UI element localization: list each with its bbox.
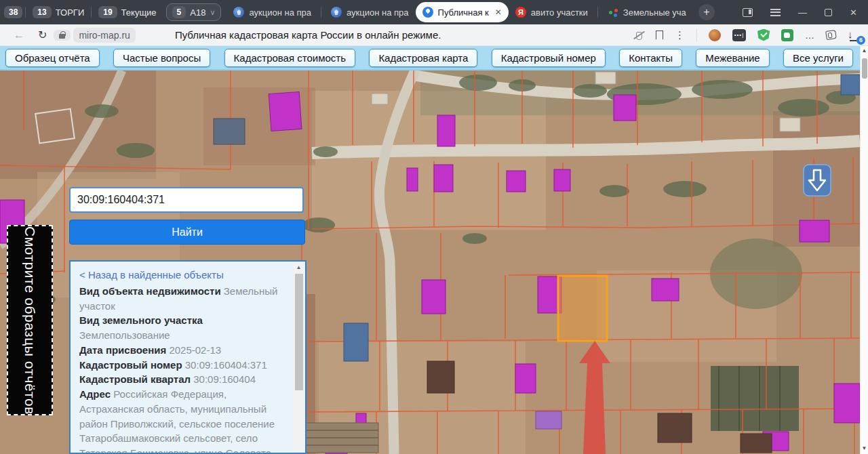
info-row-address: Адрес Российская Федерация, Астраханская… (79, 387, 288, 454)
browser-tab-bar: 38 13 ТОРГИ 19 Текущие 5 A18 ∨ аукцион н… (0, 0, 868, 24)
info-row-object-type: Вид объекта недвижимости Земельный участ… (79, 284, 288, 314)
tab-group-a18[interactable]: 5 A18 ∨ (166, 3, 222, 21)
download-count-badge: 6 (856, 36, 865, 45)
tab-group-label: ТОРГИ (56, 7, 85, 18)
shield-check-icon[interactable] (757, 29, 770, 41)
extension-avatar-icon[interactable] (709, 29, 721, 41)
menu-cadastral-number[interactable]: Кадастровый номер (492, 49, 606, 67)
browser-tab-auction-2[interactable]: аукцион на пра (324, 2, 416, 22)
bookmark-icon[interactable] (656, 30, 663, 40)
tag-icon[interactable] (825, 30, 837, 40)
torgi-favicon (233, 7, 244, 18)
tab-group-label: Текущие (121, 7, 157, 18)
banner-text: Смотрите образцы отчётов (22, 226, 38, 415)
password-manager-icon[interactable]: •••| (732, 29, 746, 41)
browser-tab-cadastre-active[interactable]: Публичная к ✕ (416, 2, 509, 22)
page-content: Образец отчёта Частые вопросы Кадастрова… (0, 46, 868, 454)
browser-address-bar: ← ↻ miro-map.ru Публичная кадастровая ка… (0, 24, 868, 46)
evernote-icon[interactable] (781, 29, 793, 41)
tab-group-38[interactable]: 38 (4, 6, 22, 18)
torgi-favicon (331, 7, 342, 18)
menu-cadastral-value[interactable]: Кадастровая стоимость (224, 49, 355, 67)
info-row-cadastre-block: Кадастровый квартал 30:09:160404 (79, 372, 288, 387)
scroll-up-icon[interactable]: ▲ (861, 46, 868, 56)
side-panel-icon[interactable] (743, 8, 753, 17)
page-title: Публичная кадастровая карта России в онл… (175, 29, 441, 41)
menu-report-sample[interactable]: Образец отчёта (5, 49, 100, 67)
info-row-parcel-type: Вид земельного участка Землепользование (79, 313, 288, 343)
cadastre-search-input[interactable] (69, 187, 304, 213)
divider (91, 7, 92, 18)
tab-group-torgi[interactable]: 13 ТОРГИ (28, 6, 88, 18)
new-tab-button[interactable]: + (698, 4, 715, 20)
scroll-down-icon[interactable]: ▼ (861, 444, 868, 453)
page-scrollbar[interactable]: ▲ ▼ (860, 46, 868, 454)
back-icon[interactable]: ← (14, 29, 24, 41)
panel-scroll-thumb[interactable] (295, 274, 303, 390)
chevron-down-icon: ∨ (210, 8, 215, 17)
download-arrow-icon: ↓ (848, 28, 853, 40)
map-pin-favicon (422, 7, 433, 18)
url-domain[interactable]: miro-map.ru (73, 28, 135, 43)
divider (597, 7, 598, 18)
lock-icon (59, 34, 65, 39)
find-button[interactable]: Найти (69, 220, 305, 245)
edit-disabled-icon[interactable] (633, 30, 644, 41)
info-row-date: Дата присвоения 2025-02-13 (79, 343, 288, 358)
back-to-results-link[interactable]: < Назад в найденные объекты (79, 268, 288, 283)
menu-icon[interactable] (770, 9, 781, 16)
dots-favicon (608, 7, 618, 18)
more-extensions-icon[interactable]: … (805, 30, 814, 41)
divider (321, 7, 321, 18)
divider (696, 29, 697, 41)
scroll-up-icon[interactable]: ▲ (294, 263, 304, 272)
tab-group-current[interactable]: 19 Текущие (94, 6, 160, 18)
yandex-favicon: Я (515, 7, 526, 18)
menu-all-services[interactable]: Все услуги (783, 49, 853, 67)
site-menu: Образец отчёта Частые вопросы Кадастрова… (0, 46, 860, 70)
browser-tab-parcels[interactable]: Земельные уча (601, 2, 693, 22)
ssl-lock-chip[interactable] (54, 30, 71, 41)
menu-contacts[interactable]: Контакты (619, 49, 682, 67)
panel-scrollbar[interactable]: ▲ (294, 263, 304, 451)
reload-icon[interactable]: ↻ (38, 28, 47, 41)
selected-parcel[interactable] (558, 276, 607, 341)
browser-tab-avito[interactable]: Я авито участки (509, 2, 595, 22)
close-tab-icon[interactable]: ✕ (495, 7, 502, 17)
divider (25, 7, 26, 18)
menu-cadastral-map[interactable]: Кадастровая карта (369, 49, 477, 67)
tab-group-label: A18 (190, 7, 205, 18)
more-options-icon[interactable]: ⋮ (675, 29, 685, 41)
menu-survey[interactable]: Межевание (696, 49, 769, 67)
menu-faq[interactable]: Частые вопросы (113, 49, 210, 67)
close-window-icon[interactable]: ✕ (850, 7, 857, 18)
downloads-button[interactable]: ↓ 6 (848, 28, 861, 42)
info-row-cadastre-number: Кадастровый номер 30:09:160404:371 (79, 358, 288, 373)
page-scroll-thumb[interactable] (862, 58, 867, 79)
restore-window-icon[interactable] (825, 9, 832, 16)
parcel-info-panel: < Назад в найденные объекты Вид объекта … (69, 260, 307, 454)
browser-tab-auction-1[interactable]: аукцион на пра (226, 2, 318, 22)
minimize-icon[interactable]: — (798, 7, 807, 18)
map-down-button[interactable] (804, 165, 831, 196)
report-samples-banner[interactable]: Смотрите образцы отчётов (7, 225, 53, 415)
